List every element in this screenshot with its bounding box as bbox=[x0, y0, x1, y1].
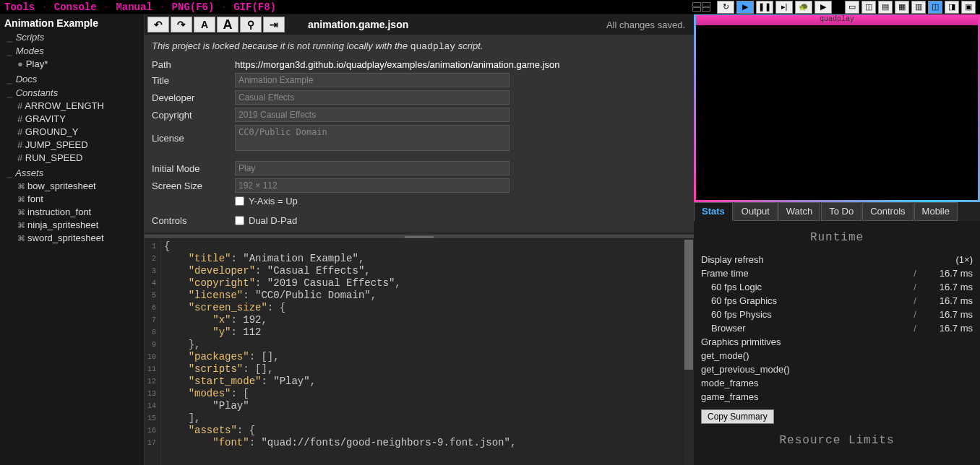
dualdpad-checkbox[interactable] bbox=[235, 216, 244, 225]
refresh-value: (1×) bbox=[922, 253, 973, 266]
constant-gravity[interactable]: GRAVITY bbox=[17, 113, 139, 126]
stats-panel: Runtime Display refresh(1×) Frame time/1… bbox=[694, 221, 980, 465]
step-button[interactable]: ▸| bbox=[775, 1, 793, 14]
reload-button[interactable]: ↻ bbox=[717, 1, 734, 14]
center-panel: ↶↷AA⚲⇥ animation.game.json All changes s… bbox=[145, 14, 694, 465]
layout-8-button[interactable]: ▣ bbox=[961, 1, 976, 14]
section-docs[interactable]: Docs bbox=[7, 74, 139, 84]
asset-font[interactable]: font bbox=[17, 193, 139, 206]
dualdpad-label: Dual D-Pad bbox=[249, 215, 297, 226]
layout-4-button[interactable]: ▦ bbox=[895, 1, 909, 14]
slow-button[interactable]: 🐢 bbox=[795, 1, 812, 14]
initmode-label: Initial Mode bbox=[152, 163, 235, 174]
menu-console[interactable]: Console bbox=[54, 1, 97, 13]
font-small-button[interactable]: A bbox=[194, 17, 215, 32]
asset-sword_spritesheet[interactable]: sword_spritesheet bbox=[17, 232, 139, 245]
stat-row: 60 fps Graphics/16.7 ms bbox=[701, 294, 973, 308]
play-button[interactable]: ▶ bbox=[736, 1, 754, 14]
controls-label: Controls bbox=[152, 215, 235, 226]
tab-to-do[interactable]: To Do bbox=[821, 202, 861, 221]
save-status: All changes saved. bbox=[606, 19, 685, 30]
title-input[interactable] bbox=[235, 73, 510, 87]
copyright-label: Copyright bbox=[152, 110, 235, 121]
right-panel: quadplay StatsOutputWatchTo DoControlsMo… bbox=[694, 14, 980, 465]
top-bar: Tools·Console·Manual·PNG(F6)·GIF(F8) ↻ ▶… bbox=[0, 0, 980, 14]
path-label: Path bbox=[152, 59, 235, 70]
constant-ground_y[interactable]: GROUND_Y bbox=[17, 126, 139, 139]
limits-heading: Resource Limits bbox=[701, 434, 973, 447]
pause-button[interactable]: ❚❚ bbox=[756, 1, 773, 14]
scrollbar[interactable] bbox=[684, 239, 694, 465]
copyright-input[interactable] bbox=[235, 108, 510, 122]
screensize-input[interactable] bbox=[235, 178, 510, 193]
menu-pngf6[interactable]: PNG(F6) bbox=[172, 1, 215, 13]
form-area: This project is locked because it is not… bbox=[145, 35, 694, 232]
mode-play[interactable]: ●Play* bbox=[17, 58, 139, 71]
tab-controls[interactable]: Controls bbox=[862, 202, 913, 221]
indent-button[interactable]: ⇥ bbox=[263, 17, 285, 32]
tab-stats[interactable]: Stats bbox=[694, 202, 733, 221]
stat-row: 60 fps Physics/16.7 ms bbox=[701, 308, 973, 321]
stat-extra: get_previous_mode() bbox=[701, 362, 973, 376]
initmode-input[interactable] bbox=[235, 161, 510, 175]
tab-watch[interactable]: Watch bbox=[778, 202, 820, 221]
project-title: Animation Example bbox=[4, 17, 139, 29]
layout-1-button[interactable]: ▭ bbox=[845, 1, 859, 14]
stat-extra: get_mode() bbox=[701, 349, 973, 362]
layout-6-button[interactable]: ◫ bbox=[928, 1, 942, 14]
layout-5-button[interactable]: ▥ bbox=[911, 1, 926, 14]
constant-run_speed[interactable]: RUN_SPEED bbox=[17, 152, 139, 165]
menu-giff8[interactable]: GIF(F8) bbox=[233, 1, 276, 13]
asset-instruction_font[interactable]: instruction_font bbox=[17, 206, 139, 219]
preview-brand: quadplay bbox=[696, 15, 978, 25]
layout-7-button[interactable]: ◨ bbox=[945, 1, 959, 14]
tab-output[interactable]: Output bbox=[734, 202, 778, 221]
constant-arrow_length[interactable]: ARROW_LENGTH bbox=[17, 100, 139, 113]
section-modes[interactable]: Modes bbox=[7, 45, 139, 56]
section-assets[interactable]: Assets bbox=[7, 168, 139, 178]
layout-grid-icon[interactable] bbox=[692, 2, 710, 12]
path-value: https://morgan3d.github.io/quadplay/exam… bbox=[235, 59, 560, 70]
layout-3-button[interactable]: ▤ bbox=[878, 1, 893, 14]
license-label: License bbox=[152, 133, 235, 144]
code-editor[interactable]: 1234567891011121314151617 { "title": "An… bbox=[145, 239, 694, 465]
stat-extra: Graphics primitives bbox=[701, 335, 973, 349]
search-button[interactable]: ⚲ bbox=[240, 17, 262, 32]
top-menu: Tools·Console·Manual·PNG(F6)·GIF(F8) bbox=[4, 1, 276, 13]
runtime-heading: Runtime bbox=[701, 231, 973, 244]
yaxis-checkbox[interactable] bbox=[235, 196, 244, 206]
game-preview: quadplay bbox=[694, 14, 980, 202]
stat-row: Browser/16.7 ms bbox=[701, 321, 973, 335]
refresh-label: Display refresh bbox=[701, 253, 922, 266]
sidebar: Animation Example ScriptsModes●Play*Docs… bbox=[0, 14, 145, 465]
constant-jump_speed[interactable]: JUMP_SPEED bbox=[17, 139, 139, 152]
asset-ninja_spritesheet[interactable]: ninja_spritesheet bbox=[17, 219, 139, 232]
license-input[interactable]: CC0/Public Domain bbox=[235, 125, 510, 151]
stat-row: 60 fps Logic/16.7 ms bbox=[701, 280, 973, 294]
section-constants[interactable]: Constants bbox=[7, 87, 139, 98]
yaxis-label: Y-Axis = Up bbox=[249, 196, 298, 207]
editor-toolbar: ↶↷AA⚲⇥ animation.game.json All changes s… bbox=[145, 14, 694, 35]
lock-message: This project is locked because it is not… bbox=[152, 40, 687, 52]
filename: animation.game.json bbox=[308, 19, 408, 30]
layout-2-button[interactable]: ◫ bbox=[861, 1, 876, 14]
menu-tools[interactable]: Tools bbox=[4, 1, 35, 13]
toolbar-right: ↻ ▶ ❚❚ ▸| 🐢 ▶ ▭ ◫ ▤ ▦ ▥ ◫ ◨ ▣ bbox=[692, 1, 976, 14]
tab-mobile[interactable]: Mobile bbox=[914, 202, 958, 221]
screensize-label: Screen Size bbox=[152, 181, 235, 191]
stat-row: Frame time/16.7 ms bbox=[701, 266, 973, 280]
stat-extra: game_frames bbox=[701, 390, 973, 404]
font-large-button[interactable]: A bbox=[217, 17, 238, 32]
run-button[interactable]: ▶ bbox=[814, 1, 832, 14]
developer-input[interactable] bbox=[235, 90, 510, 105]
asset-bow_spritesheet[interactable]: bow_spritesheet bbox=[17, 180, 139, 193]
section-scripts[interactable]: Scripts bbox=[7, 32, 139, 43]
right-tabs: StatsOutputWatchTo DoControlsMobile bbox=[694, 202, 980, 221]
copy-summary-button[interactable]: Copy Summary bbox=[701, 409, 774, 424]
title-label: Title bbox=[152, 75, 235, 86]
stat-extra: mode_frames bbox=[701, 376, 973, 390]
redo-button[interactable]: ↷ bbox=[171, 17, 192, 32]
undo-button[interactable]: ↶ bbox=[147, 17, 169, 32]
developer-label: Developer bbox=[152, 92, 235, 103]
menu-manual[interactable]: Manual bbox=[116, 1, 152, 13]
